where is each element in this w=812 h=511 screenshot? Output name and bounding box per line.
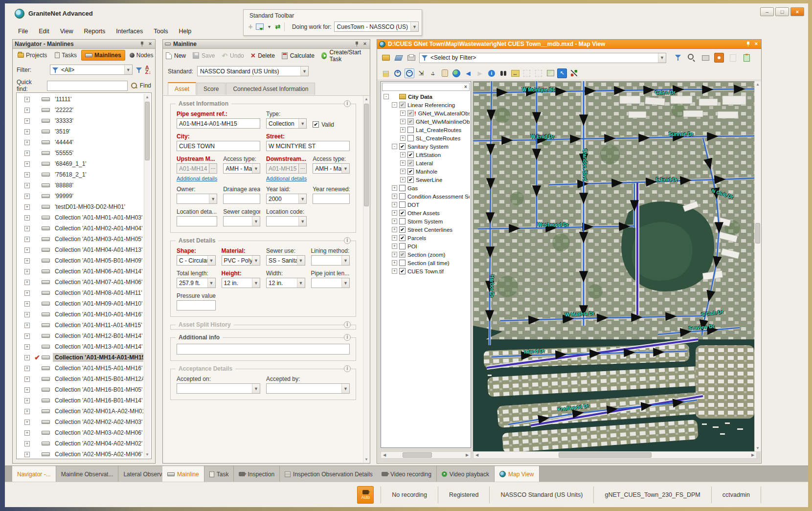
list-item[interactable]: + ✔ Collection 'A01-MH11-A01-MH15' xyxy=(18,320,143,331)
expand-icon[interactable]: + xyxy=(24,247,30,253)
overview-map-icon[interactable] xyxy=(545,68,555,78)
layer-checkbox[interactable] xyxy=(407,118,414,125)
location-details-field[interactable] xyxy=(177,216,217,226)
additional-details-link[interactable]: Additional details xyxy=(177,176,217,181)
back-icon[interactable] xyxy=(463,68,473,78)
expand-icon[interactable]: + xyxy=(24,129,30,134)
location-code-select[interactable]: ▼ xyxy=(266,216,307,226)
expand-icon[interactable]: + xyxy=(24,97,30,102)
list-item[interactable]: + ✔ Collection 'A01-MH02-A01-MH04' xyxy=(18,223,143,234)
expand-icon[interactable]: + xyxy=(400,111,406,116)
map-view[interactable]: W McIntyre StGalen DrW Enid DrSunrise Dr… xyxy=(473,81,757,451)
select-features-icon[interactable] xyxy=(557,68,567,78)
measure-icon[interactable] xyxy=(510,68,520,78)
expand-icon[interactable]: + xyxy=(24,387,30,393)
layer-item[interactable]: + ! Condition Assessment Sc xyxy=(382,192,470,200)
layer-checkbox[interactable] xyxy=(399,260,406,266)
layer-item[interactable]: - ! Linear Referencing xyxy=(382,101,470,109)
expand-icon[interactable]: + xyxy=(24,377,30,382)
list-item[interactable]: + ✔ '68469_1_1' xyxy=(18,158,143,169)
layer-item[interactable]: + ! Parcels xyxy=(382,234,470,242)
layer-item[interactable]: + ! Gas xyxy=(382,184,470,192)
map-hscrollbar[interactable]: ◀ ▶ xyxy=(473,451,757,459)
pressure-field[interactable] xyxy=(177,300,216,311)
quick-find-input[interactable] xyxy=(47,81,128,91)
filter-select[interactable]: <All> ▼ xyxy=(50,65,133,75)
list-item[interactable]: + ✔ Collection 'A02-MH05-A02-MH06' xyxy=(18,449,143,458)
expand-icon[interactable]: + xyxy=(400,152,406,157)
expand-icon[interactable]: + xyxy=(24,269,30,274)
expand-icon[interactable]: - xyxy=(392,102,397,108)
sewer-use-select[interactable]: SS - Sanitar▼ xyxy=(266,255,305,266)
list-item[interactable]: + ✔ Collection 'A01-MH04-A01-MH13' xyxy=(18,244,143,255)
sort-az-button[interactable]: AZ↓ xyxy=(145,66,151,74)
bottom-tab[interactable]: Mainline xyxy=(162,466,204,482)
world-icon[interactable] xyxy=(451,68,461,78)
info-icon[interactable]: i xyxy=(344,100,351,107)
expand-icon[interactable]: + xyxy=(392,268,397,274)
list-item[interactable]: + ✔ Collection 'A01-MH16-B01-MH05' xyxy=(18,384,143,395)
tree-scrollbar[interactable]: ▲ ▼ xyxy=(144,94,150,458)
info-icon[interactable]: i xyxy=(344,237,351,244)
list-item[interactable]: + ✔ Collection 'A02-MH03-A02-MH06' xyxy=(18,427,143,438)
layer-checkbox[interactable] xyxy=(399,201,406,208)
expand-icon[interactable]: + xyxy=(24,258,30,264)
menu-item[interactable]: File xyxy=(14,26,32,37)
list-item[interactable]: + ✔ 'testD01-MH03-D02-MH01' xyxy=(18,201,143,212)
layer-item[interactable]: + ! Storm System xyxy=(382,217,470,225)
pin-icon[interactable] xyxy=(745,41,751,47)
search-map-icon[interactable] xyxy=(687,53,697,63)
bottom-tab[interactable]: Mainline Observat... xyxy=(56,466,119,482)
layer-item[interactable]: + ! DOT xyxy=(382,200,470,209)
layer-item[interactable]: + ! GNet_WwLateralObser xyxy=(382,109,470,117)
expand-icon[interactable]: + xyxy=(24,161,30,167)
list-item[interactable]: + ✔ '33333' xyxy=(18,115,143,126)
zoom-selected-icon[interactable] xyxy=(416,68,426,78)
layer-checkbox[interactable] xyxy=(399,193,406,200)
tab[interactable]: Connected Asset Information xyxy=(226,83,315,95)
navigator-tab[interactable]: Nodes xyxy=(126,50,157,60)
layer-item[interactable]: + ! Lat_CreateRoutes xyxy=(382,126,470,134)
expand-icon[interactable]: - xyxy=(392,144,397,149)
list-item[interactable]: + ✔ Collection 'A02-MH02-A02-MH03' xyxy=(18,417,143,427)
maximize-button[interactable]: □ xyxy=(775,7,789,16)
expand-icon[interactable]: + xyxy=(24,355,30,360)
report-icon[interactable] xyxy=(742,53,751,63)
layer-checkbox[interactable] xyxy=(399,243,406,249)
list-item[interactable]: + ✔ Collection 'A01-MH16-B01-MH14' xyxy=(18,395,143,406)
expand-icon[interactable]: + xyxy=(392,194,397,199)
auto-record-button[interactable]: Auto xyxy=(357,486,374,504)
expand-icon[interactable]: + xyxy=(24,151,30,156)
tab[interactable]: Asset xyxy=(168,82,196,95)
details-icon[interactable] xyxy=(728,53,738,63)
close-icon[interactable]: × xyxy=(753,41,759,47)
list-item[interactable]: + ✔ '22222' xyxy=(18,105,143,115)
layers-icon[interactable] xyxy=(381,68,391,78)
expand-icon[interactable]: + xyxy=(24,237,30,242)
layer-item[interactable]: + ! Lateral xyxy=(382,159,470,167)
pipe-joint-select[interactable]: ▼ xyxy=(311,278,350,288)
search-icon[interactable] xyxy=(131,82,137,89)
expand-icon[interactable]: + xyxy=(24,140,30,145)
downstream-access-select[interactable]: AMH - Mar▼ xyxy=(313,163,350,174)
expand-icon[interactable]: + xyxy=(392,227,397,232)
find-icon[interactable] xyxy=(498,68,508,78)
expand-icon[interactable]: + xyxy=(400,127,406,133)
bottom-tab[interactable]: Navigator -... xyxy=(12,466,56,482)
list-item[interactable]: + ✔ Collection 'A01-MH12-B01-MH14' xyxy=(18,331,143,341)
list-item[interactable]: + ✔ Collection 'A01-MH07-A01-MH06' xyxy=(18,277,143,288)
browse-button[interactable]: ··· xyxy=(209,164,217,173)
street-field[interactable]: W MCINTYRE ST xyxy=(266,141,350,151)
accepted-on-field[interactable]: ▼ xyxy=(177,383,260,394)
layer-item[interactable]: + ! Section (all time) xyxy=(382,259,470,267)
expand-icon[interactable]: + xyxy=(24,226,30,231)
close-icon[interactable]: × xyxy=(462,84,469,89)
layer-checkbox[interactable] xyxy=(399,268,406,274)
list-item[interactable]: + ✔ Collection 'A01-MH08-A01-MH11' xyxy=(18,288,143,298)
expand-icon[interactable]: + xyxy=(24,344,30,350)
shape-select[interactable]: C - Circular▼ xyxy=(177,255,216,266)
expand-icon[interactable]: + xyxy=(392,235,397,241)
layer-checkbox[interactable] xyxy=(399,218,406,224)
valid-checkbox[interactable] xyxy=(313,121,319,128)
list-item[interactable]: + ✔ Collection 'A01-MH05-B01-MH09' xyxy=(18,255,143,266)
